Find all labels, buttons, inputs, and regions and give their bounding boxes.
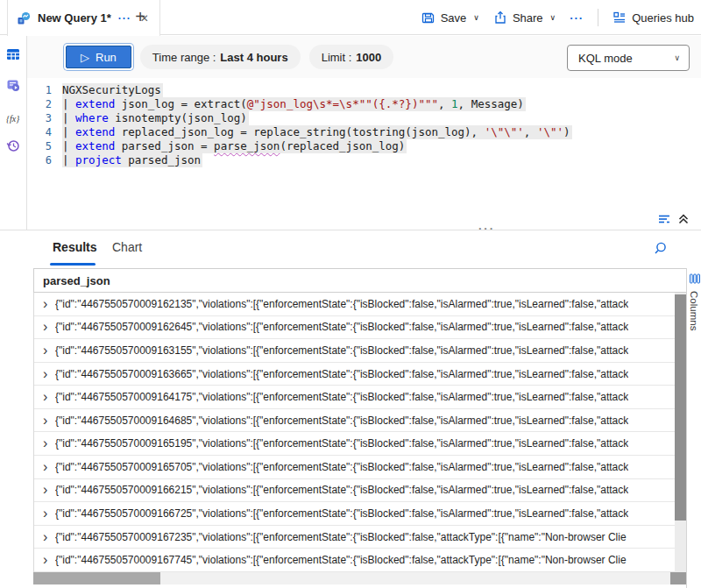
more-actions-icon[interactable]: ··· [570, 11, 584, 25]
expand-row-chevron-icon[interactable]: › [34, 363, 55, 386]
table-row[interactable]: ›{"id":"4467550570009164685","violations… [34, 409, 675, 433]
expand-row-chevron-icon[interactable]: › [34, 549, 55, 571]
active-tab-underline [50, 263, 96, 266]
results-tab-bar: Results Chart [0, 230, 701, 268]
row-json-cell: {"id":"4467550570009162135","violations"… [55, 298, 628, 310]
app-logo-icon [17, 11, 31, 25]
table-row[interactable]: ›{"id":"4467550570009162645","violations… [34, 316, 675, 340]
table-row[interactable]: ›{"id":"4467550570009163155","violations… [34, 339, 675, 363]
expand-row-chevron-icon[interactable]: › [34, 432, 55, 455]
query-editor[interactable]: 1NGXSecurityLogs2| extend json_log = ext… [27, 83, 701, 210]
limit-pill[interactable]: Limit : 1000 [309, 45, 394, 69]
table-row[interactable]: ›{"id":"4467550570009166215","violations… [34, 479, 675, 503]
code-line[interactable]: 4| extend replaced_json_log = replace_st… [27, 125, 701, 139]
row-json-cell: {"id":"4467550570009166725","violations"… [55, 507, 628, 520]
row-json-cell: {"id":"4467550570009166215","violations"… [55, 484, 628, 496]
share-icon [493, 11, 507, 25]
row-json-cell: {"id":"4467550570009163665","violations"… [55, 368, 628, 380]
share-chevron-icon: ∨ [550, 13, 556, 22]
expand-row-chevron-icon[interactable]: › [34, 502, 55, 525]
table-row[interactable]: ›{"id":"4467550570009166725","violations… [34, 502, 675, 526]
saved-scripts-icon[interactable] [6, 78, 20, 92]
code-line[interactable]: 2| extend json_log = extract(@"json_log\… [27, 97, 701, 111]
row-json-cell: {"id":"4467550570009165195","violations"… [55, 437, 628, 450]
run-label: Run [96, 51, 117, 64]
vertical-scrollbar-thumb[interactable] [675, 294, 686, 521]
expand-row-chevron-icon[interactable]: › [34, 316, 55, 339]
columns-icon [690, 273, 700, 284]
code-line[interactable]: 3| where isnotempty(json_log) [27, 111, 701, 125]
query-panel: ▷ Run Time range : Last 4 hours Limit : … [26, 36, 701, 230]
expand-row-chevron-icon[interactable]: › [34, 339, 55, 362]
column-header-parsed-json[interactable]: parsed_json [33, 268, 686, 293]
row-json-cell: {"id":"4467550570009167235","violations"… [55, 531, 627, 543]
table-row[interactable]: ›{"id":"4467550570009162135","violations… [34, 293, 675, 316]
code-text: | extend json_log = extract(@"json_log\s… [62, 97, 526, 111]
row-json-cell: {"id":"4467550570009162645","violations"… [55, 321, 628, 333]
table-row[interactable]: ›{"id":"4467550570009167745","violations… [34, 549, 675, 572]
table-row[interactable]: ›{"id":"4467550570009163665","violations… [34, 363, 675, 386]
table-row[interactable]: ›{"id":"4467550570009165705","violations… [34, 456, 675, 479]
top-actions: Save ∨ Share ∨ ··· [421, 0, 694, 35]
query-toolbar: ▷ Run Time range : Last 4 hours Limit : … [27, 36, 701, 78]
format-lines-icon[interactable] [657, 212, 671, 226]
new-tab-button[interactable]: + [130, 7, 151, 28]
row-json-cell: {"id":"4467550570009163155","violations"… [55, 344, 628, 357]
expand-row-chevron-icon[interactable]: › [34, 526, 55, 549]
table-row[interactable]: ›{"id":"4467550570009165195","violations… [34, 432, 675, 456]
table-row[interactable]: ›{"id":"4467550570009167235","violations… [34, 526, 675, 549]
query-history-icon[interactable] [6, 138, 20, 152]
limit-label: Limit : [322, 51, 352, 64]
line-number: 3 [27, 111, 62, 125]
collapse-panel-icon[interactable] [676, 212, 690, 226]
save-label: Save [441, 11, 467, 25]
vertical-scrollbar[interactable] [675, 293, 686, 572]
line-number: 1 [27, 83, 62, 97]
code-text: | project parsed_json [62, 153, 202, 167]
kql-mode-chevron-icon: ∨ [674, 53, 680, 62]
line-number: 2 [27, 97, 62, 111]
time-range-label: Time range : [152, 51, 216, 64]
kql-mode-select[interactable]: KQL mode ∨ [567, 45, 690, 71]
kql-mode-value: KQL mode [578, 52, 633, 65]
expand-row-chevron-icon[interactable]: › [34, 479, 55, 502]
row-json-cell: {"id":"4467550570009164175","violations"… [55, 391, 628, 403]
expand-row-chevron-icon[interactable]: › [34, 409, 55, 432]
expand-row-chevron-icon[interactable]: › [34, 386, 55, 408]
columns-panel-label: Columns [689, 291, 699, 330]
columns-side-panel[interactable]: Columns [686, 268, 701, 588]
run-play-icon: ▷ [81, 51, 89, 64]
tab-bar: New Query 1* ··· ✕ + Save ∨ [0, 0, 701, 35]
table-row[interactable]: ›{"id":"4467550570009164175","violations… [34, 386, 675, 409]
expand-row-chevron-icon[interactable]: › [34, 293, 55, 315]
editor-lines: 1NGXSecurityLogs2| extend json_log = ext… [27, 83, 701, 167]
code-line[interactable]: 6| project parsed_json [27, 153, 701, 167]
save-button[interactable]: Save ∨ [421, 11, 479, 25]
adx-query-page: New Query 1* ··· ✕ + Save ∨ [0, 0, 701, 588]
functions-icon[interactable]: {fx} [6, 110, 25, 124]
line-number: 4 [27, 125, 62, 139]
row-json-cell: {"id":"4467550570009164685","violations"… [55, 414, 628, 427]
share-label: Share [513, 11, 543, 25]
horizontal-scrollbar-thumb[interactable] [33, 572, 160, 584]
line-number: 6 [27, 153, 62, 167]
tab-chart[interactable]: Chart [112, 240, 142, 254]
functions-glyph: {fx} [6, 114, 19, 124]
column-header-label: parsed_json [43, 274, 110, 287]
editor-footer-actions [657, 212, 690, 226]
run-button[interactable]: ▷ Run [66, 46, 131, 68]
time-range-pill[interactable]: Time range : Last 4 hours [140, 45, 301, 69]
queries-hub-icon [612, 11, 627, 25]
share-button[interactable]: Share ∨ [493, 11, 556, 25]
actions-divider [598, 9, 598, 26]
code-line[interactable]: 5| extend parsed_json = parse_json(repla… [27, 139, 701, 153]
horizontal-scrollbar[interactable] [33, 572, 686, 584]
code-line[interactable]: 1NGXSecurityLogs [27, 83, 701, 97]
queries-hub-button[interactable]: Queries hub [612, 11, 694, 25]
search-icon[interactable] [653, 241, 668, 256]
table-connections-icon[interactable] [6, 47, 20, 61]
code-text: | extend parsed_json = parse_json(replac… [62, 139, 407, 153]
tab-results[interactable]: Results [53, 240, 97, 254]
expand-row-chevron-icon[interactable]: › [34, 456, 55, 478]
queries-hub-label: Queries hub [632, 11, 694, 25]
